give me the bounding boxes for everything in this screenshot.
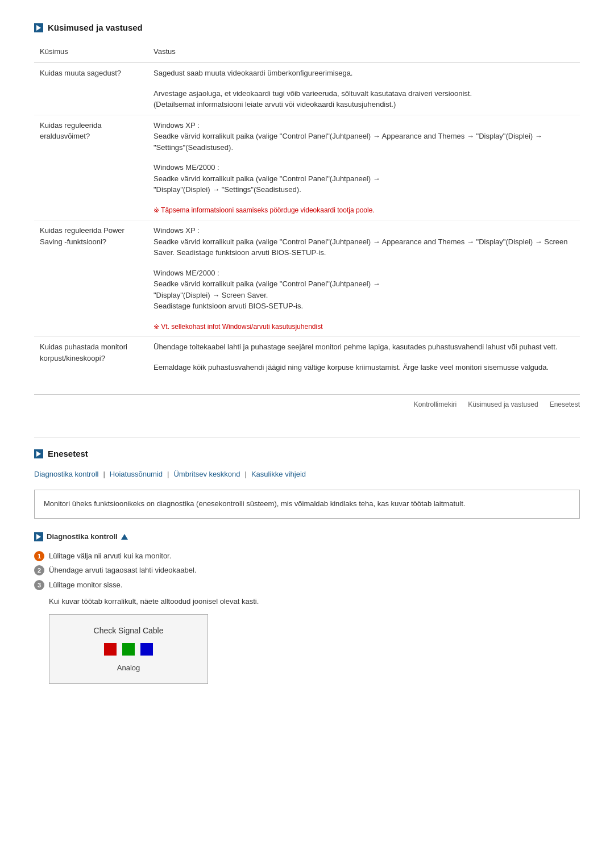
diag-arrow-icon	[36, 534, 41, 540]
answer-cell: Windows ME/2000 :Seadke värvid korraliku…	[148, 263, 580, 316]
info-box-text: Monitori üheks funktsioonikeks on diagno…	[44, 499, 465, 508]
link-umbritsev[interactable]: Ümbritsev keskkond	[173, 470, 240, 478]
section1-header: Küsimused ja vastused	[34, 23, 580, 32]
signal-cable-title: Check Signal Cable	[61, 626, 196, 635]
signal-square-red	[104, 643, 117, 656]
separator-1: |	[103, 470, 105, 478]
question-cell: Kuidas muuta sagedust?	[34, 63, 148, 115]
section-divider	[34, 437, 580, 437]
answer-cell: Windows XP :Seadke värvid korralikult pa…	[148, 115, 580, 157]
footer-navigation: Kontrollimekiri Küsimused ja vastused En…	[34, 394, 580, 414]
section2-header: Enesetest	[34, 449, 580, 458]
step-text-2: Ühendage arvuti tagaosast lahti videokaa…	[49, 565, 196, 576]
list-item: 2Ühendage arvuti tagaosast lahti videoka…	[34, 565, 580, 576]
footer-nav-enesetest[interactable]: Enesetest	[550, 400, 580, 408]
signal-analog-label: Analog	[61, 663, 196, 672]
step-text-3: Lülitage monitor sisse.	[49, 579, 122, 591]
list-item: 1Lülitage välja nii arvuti kui ka monito…	[34, 550, 580, 562]
section-enesetest: Enesetest Diagnostika kontroll | Hoiatus…	[34, 449, 580, 684]
table-row: Kuidas reguleerida eraldusvõimet?Windows…	[34, 115, 580, 157]
selftest-link-bar: Diagnostika kontroll | Hoiatussõnumid | …	[34, 470, 580, 478]
section1-icon	[34, 23, 43, 32]
arrow-right-icon	[36, 25, 41, 31]
step-number-1: 1	[34, 551, 44, 561]
section1-title: Küsimused ja vastused	[48, 23, 143, 32]
separator-2: |	[167, 470, 169, 478]
info-box: Monitori üheks funktsioonikeks on diagno…	[34, 490, 580, 519]
step-text-1: Lülitage välja nii arvuti kui ka monitor…	[49, 550, 171, 562]
diag-header: Diagnostika kontroll	[34, 532, 580, 541]
signal-square-blue	[140, 643, 153, 656]
link-diagnostika[interactable]: Diagnostika kontroll	[34, 470, 98, 478]
qa-table: Küsimus Vastus Kuidas muuta sagedust?Sag…	[34, 44, 580, 377]
question-cell: Kuidas puhastada monitori korpust/kinesk…	[34, 337, 148, 378]
table-row: Kuidas puhastada monitori korpust/kinesk…	[34, 337, 580, 357]
answer-cell: Windows ME/2000 :Seadke värvid korraliku…	[148, 157, 580, 200]
diag-icon	[34, 532, 43, 541]
separator-3: |	[245, 470, 247, 478]
step-number-3: 3	[34, 580, 44, 590]
step-number-2: 2	[34, 565, 44, 575]
arrow-right-icon-2	[36, 451, 41, 457]
link-hoiatus[interactable]: Hoiatussõnumid	[110, 470, 163, 478]
table-row: Kuidas reguleerida Power Saving -funktsi…	[34, 220, 580, 263]
table-row: Kuidas muuta sagedust?Sagedust saab muut…	[34, 63, 580, 84]
footer-nav-kontrollimekiri[interactable]: Kontrollimekiri	[414, 400, 457, 408]
answer-cell: ※ Vt. sellekohast infot Windowsi/arvuti …	[148, 316, 580, 337]
answer-cell: Eemaldage kõik puhastusvahendi jäägid ni…	[148, 357, 580, 378]
answer-cell: Arvestage asjaoluga, et videokaardi tugi…	[148, 84, 580, 115]
signal-cable-box: Check Signal Cable Analog	[49, 614, 208, 684]
step-note: Kui kuvar töötab korralikult, näete allt…	[49, 596, 580, 607]
answer-cell: Windows XP :Seadke värvid korralikult pa…	[148, 220, 580, 263]
triangle-up-icon	[121, 534, 128, 540]
section2-title: Enesetest	[48, 449, 88, 458]
question-cell: Kuidas reguleerida Power Saving -funktsi…	[34, 220, 148, 337]
diag-title: Diagnostika kontroll	[47, 532, 118, 541]
answer-cell: Sagedust saab muuta videokaardi ümberkon…	[148, 63, 580, 84]
col-header-question: Küsimus	[34, 44, 148, 63]
link-kasulikke[interactable]: Kasulikke vihjeid	[251, 470, 306, 478]
signal-square-green	[122, 643, 135, 656]
answer-cell: ※ Täpsema informatsiooni saamiseks pöörd…	[148, 200, 580, 220]
footer-nav-kysimused[interactable]: Küsimused ja vastused	[468, 400, 538, 408]
list-item: 3Lülitage monitor sisse.	[34, 579, 580, 591]
question-cell: Kuidas reguleerida eraldusvõimet?	[34, 115, 148, 220]
step-list: 1Lülitage välja nii arvuti kui ka monito…	[34, 550, 580, 591]
col-header-answer: Vastus	[148, 44, 580, 63]
signal-squares	[61, 643, 196, 656]
section2-icon	[34, 449, 43, 458]
answer-cell: Ühendage toitekaabel lahti ja puhastage …	[148, 337, 580, 357]
section-kysimused: Küsimused ja vastused Küsimus Vastus Kui…	[34, 23, 580, 414]
